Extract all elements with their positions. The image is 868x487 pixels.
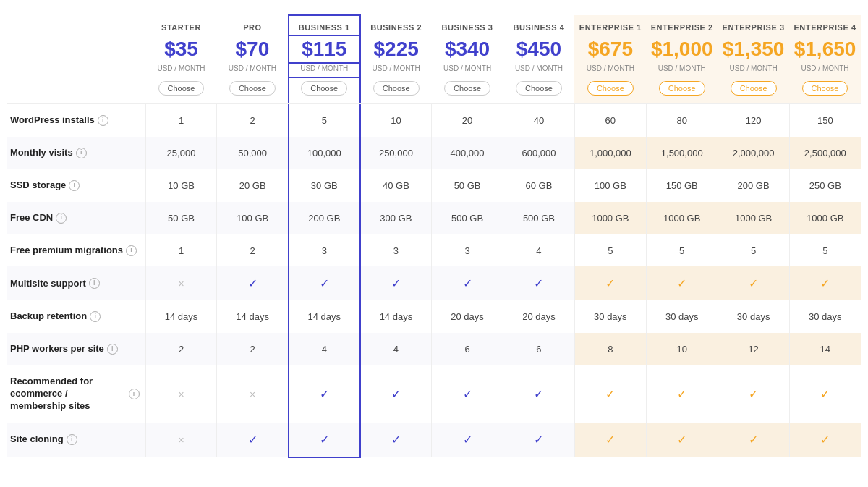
choose-button-enterprise2[interactable]: Choose [659, 81, 705, 96]
feature-value-5-2: ✓ [289, 266, 360, 300]
plan-name-business1: BUSINESS 1 [289, 15, 360, 35]
feature-value-9-3: ✓ [360, 423, 432, 457]
feature-value-0-5: 40 [503, 103, 575, 137]
info-icon-1[interactable]: i [76, 148, 87, 158]
feature-row-5: Multisite supporti×✓✓✓✓✓✓✓✓✓ [7, 266, 861, 300]
check-icon: ✓ [534, 388, 543, 400]
plan-name-enterprise3: ENTERPRISE 3 [718, 15, 789, 35]
feature-value-1-3: 250,000 [360, 137, 432, 169]
feature-value-1-1: 50,000 [217, 137, 289, 169]
feature-value-8-7: ✓ [646, 365, 718, 423]
feature-label-6: Backup retention [10, 310, 87, 323]
feature-value-0-8: 120 [718, 103, 789, 137]
feature-label-4: Free premium migrations [10, 245, 123, 257]
feature-value-5-5: ✓ [503, 266, 575, 300]
feature-value-2-9: 250 GB [789, 169, 861, 202]
choose-button-business3[interactable]: Choose [444, 81, 490, 96]
check-icon: ✓ [677, 433, 686, 446]
choose-button-starter[interactable]: Choose [158, 81, 205, 96]
feature-label-7: PHP workers per site [10, 343, 104, 355]
check-icon: ✓ [391, 277, 401, 289]
feature-value-9-1: ✓ [217, 423, 289, 457]
plan-choose-cell-business2: Choose [360, 77, 432, 103]
choose-button-enterprise1[interactable]: Choose [587, 81, 634, 96]
cross-icon: × [178, 389, 184, 400]
info-icon-7[interactable]: i [107, 344, 118, 355]
feature-value-0-3: 10 [360, 103, 432, 137]
feature-value-4-5: 4 [503, 234, 575, 267]
plan-unit-pro: USD / MONTH [217, 63, 289, 77]
info-icon-9[interactable]: i [67, 434, 77, 445]
feature-value-4-6: 5 [574, 234, 646, 267]
plan-name-enterprise1: ENTERPRISE 1 [574, 15, 646, 35]
feature-name-2: SSD storagei [7, 169, 145, 202]
check-icon: ✓ [320, 433, 329, 446]
feature-value-7-5: 6 [503, 333, 575, 365]
choose-button-pro[interactable]: Choose [229, 81, 276, 96]
feature-value-9-0: × [145, 423, 217, 457]
choose-button-enterprise4[interactable]: Choose [802, 81, 848, 96]
info-icon-2[interactable]: i [69, 180, 80, 191]
feature-value-4-9: 5 [789, 234, 861, 267]
feature-value-7-8: 12 [718, 333, 789, 365]
info-icon-8[interactable]: i [129, 389, 140, 399]
feature-value-3-7: 1000 GB [646, 202, 718, 234]
check-icon: ✓ [463, 433, 472, 446]
feature-row-7: PHP workers per sitei2244668101214 [7, 333, 861, 365]
plan-unit-starter: USD / MONTH [145, 63, 217, 77]
pricing-table-container: STARTERPROBUSINESS 1BUSINESS 2BUSINESS 3… [0, 0, 868, 473]
feature-name-0: WordPress installsi [7, 103, 145, 137]
feature-value-6-7: 30 days [646, 300, 718, 333]
plan-unit-business2: USD / MONTH [360, 63, 432, 77]
choose-button-business4[interactable]: Choose [516, 81, 562, 96]
feature-value-2-8: 200 GB [718, 169, 789, 202]
feature-value-8-0: × [145, 365, 217, 423]
feature-value-9-4: ✓ [432, 423, 503, 457]
choose-button-business2[interactable]: Choose [373, 81, 420, 96]
feature-value-6-8: 30 days [718, 300, 789, 333]
check-icon: ✓ [534, 277, 543, 289]
feature-value-4-3: 3 [360, 234, 432, 267]
feature-value-8-8: ✓ [718, 365, 789, 423]
choose-button-enterprise3[interactable]: Choose [731, 81, 777, 96]
feature-value-5-4: ✓ [432, 266, 503, 300]
feature-value-8-2: ✓ [289, 365, 360, 423]
feature-value-9-8: ✓ [718, 423, 789, 457]
info-icon-3[interactable]: i [56, 213, 67, 224]
feature-value-6-5: 20 days [503, 300, 575, 333]
info-icon-0[interactable]: i [98, 115, 109, 126]
cross-icon: × [250, 389, 255, 400]
feature-value-1-5: 600,000 [503, 137, 575, 169]
feature-label-3: Free CDN [10, 212, 53, 224]
feature-value-9-9: ✓ [789, 423, 861, 457]
plan-name-enterprise2: ENTERPRISE 2 [646, 15, 718, 35]
feature-name-3: Free CDNi [7, 202, 145, 234]
feature-value-6-0: 14 days [145, 300, 217, 333]
info-icon-4[interactable]: i [126, 245, 137, 256]
plan-choose-cell-enterprise3: Choose [718, 77, 789, 103]
plan-price-business2: $225 [360, 35, 432, 63]
feature-value-2-0: 10 GB [145, 169, 217, 202]
plan-unit-business1: USD / MONTH [289, 63, 360, 77]
info-icon-5[interactable]: i [89, 278, 100, 289]
plan-price-pro: $70 [217, 35, 289, 63]
feature-value-1-4: 400,000 [432, 137, 503, 169]
info-icon-6[interactable]: i [90, 311, 101, 322]
feature-row-3: Free CDNi50 GB100 GB200 GB300 GB500 GB50… [7, 202, 861, 234]
feature-value-4-4: 3 [432, 234, 503, 267]
choose-button-business1[interactable]: Choose [301, 81, 347, 96]
check-icon: ✓ [820, 433, 830, 446]
plan-choose-cell-business4: Choose [503, 77, 575, 103]
plan-choose-cell-enterprise2: Choose [646, 77, 718, 103]
plan-name-business2: BUSINESS 2 [360, 15, 432, 35]
feature-value-6-4: 20 days [432, 300, 503, 333]
plan-name-business4: BUSINESS 4 [503, 15, 575, 35]
feature-value-7-9: 14 [789, 333, 861, 365]
feature-value-4-8: 5 [718, 234, 789, 267]
feature-name-1: Monthly visitsi [7, 137, 145, 169]
feature-value-1-2: 100,000 [289, 137, 360, 169]
feature-row-1: Monthly visitsi25,00050,000100,000250,00… [7, 137, 861, 169]
plan-unit-enterprise4: USD / MONTH [789, 63, 861, 77]
plan-name-starter: STARTER [145, 15, 217, 35]
feature-price-empty [7, 35, 145, 63]
